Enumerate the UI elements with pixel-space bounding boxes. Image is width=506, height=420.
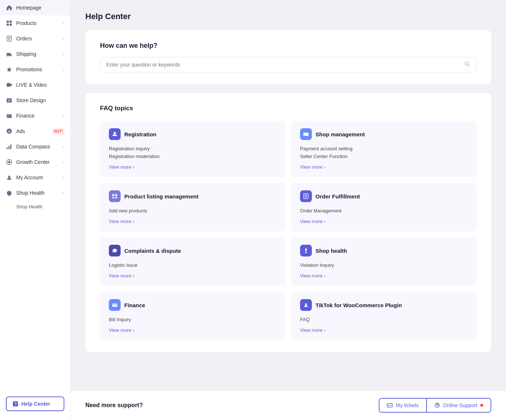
svg-rect-15 [7, 98, 12, 100]
faq-link: Violation Inquiry [300, 262, 468, 268]
sidebar-item-finance[interactable]: Finance › [0, 108, 70, 123]
sidebar: Homepage Products › Orders › [0, 0, 71, 420]
sidebar-item-growth-center[interactable]: Growth Center › [0, 154, 70, 170]
svg-rect-50 [112, 304, 117, 307]
svg-point-36 [114, 132, 116, 134]
my-tickets-button[interactable]: My tickets [380, 399, 427, 412]
faq-link: Bill Inquiry [109, 317, 277, 322]
online-support-button[interactable]: Online Support [427, 399, 491, 412]
view-more-link[interactable]: View more › [300, 164, 468, 170]
help-section: How can we help? [85, 30, 491, 84]
finance-icon [6, 112, 13, 119]
faq-link: Add new products [109, 208, 277, 213]
faq-card-title: Order Fulfillment [316, 193, 360, 200]
my-tickets-label: My tickets [396, 402, 418, 408]
faq-card-order-fulfillment[interactable]: Order Fulfillment Order Management View … [291, 183, 477, 231]
help-center-button[interactable]: ? Help Center [6, 396, 64, 411]
svg-rect-0 [7, 21, 9, 23]
products-icon [6, 20, 13, 26]
svg-point-10 [10, 55, 11, 57]
sidebar-item-label: Homepage [16, 5, 64, 11]
svg-rect-12 [7, 83, 10, 87]
sidebar-item-store-design[interactable]: Store Design [0, 93, 70, 108]
sidebar-item-shipping[interactable]: Shipping › [0, 46, 70, 62]
svg-rect-51 [112, 304, 117, 305]
svg-marker-13 [10, 83, 12, 86]
sidebar-item-label: Shipping [16, 51, 59, 57]
complaints-icon [109, 245, 121, 256]
faq-link: Logistic issue [109, 262, 277, 268]
chevron-down-icon: › [63, 52, 64, 56]
sidebar-item-label: Growth Center [16, 159, 59, 165]
help-center-label: Help Center [21, 401, 50, 407]
faq-card-title: Complaints & dispute [124, 248, 181, 254]
chevron-up-icon: › [61, 192, 66, 194]
sidebar-item-label: Orders [16, 36, 59, 42]
view-more-link[interactable]: View more › [109, 327, 277, 333]
faq-section: FAQ topics Registration Reg [85, 93, 491, 352]
faq-card-title: TikTok for WooCommerce Plugin [316, 302, 402, 308]
chevron-down-icon: › [63, 36, 64, 41]
hot-badge: HOT! [53, 129, 64, 134]
view-more-link[interactable]: View more › [300, 273, 468, 279]
sidebar-item-label: Shop Health [16, 190, 59, 196]
sidebar-item-shop-health[interactable]: Shop Health › [0, 185, 70, 201]
view-more-link[interactable]: View more › [300, 327, 468, 333]
svg-rect-1 [10, 21, 12, 23]
faq-card-shop-health[interactable]: Shop health Violation Inquiry View more … [291, 237, 477, 286]
sidebar-item-homepage[interactable]: Homepage [0, 0, 70, 15]
sidebar-item-live-video[interactable]: LIVE & Video [0, 77, 70, 93]
svg-rect-3 [10, 24, 12, 26]
online-indicator [480, 404, 483, 407]
view-more-link[interactable]: View more › [300, 219, 468, 224]
svg-rect-23 [8, 146, 10, 149]
faq-card-complaints[interactable]: Complaints & dispute Logistic issue View… [100, 237, 285, 286]
sidebar-item-label: Products [16, 20, 59, 26]
sidebar-item-orders[interactable]: Orders › [0, 31, 70, 46]
registration-icon [109, 128, 121, 140]
svg-point-9 [7, 55, 8, 57]
chevron-down-icon: › [63, 175, 64, 180]
sidebar-item-promotions[interactable]: Promotions › [0, 62, 70, 77]
faq-link: Order Management [300, 208, 468, 213]
sidebar-sub-item-shop-health[interactable]: Shop Health [0, 201, 70, 213]
view-more-link[interactable]: View more › [109, 273, 277, 279]
search-icon [464, 61, 470, 68]
svg-line-35 [468, 65, 470, 67]
faq-card-product-listing[interactable]: Product listing management Add new produ… [100, 183, 285, 231]
faq-card-shop-management[interactable]: Shop management Payment account setting … [291, 121, 477, 177]
view-more-link[interactable]: View more › [109, 219, 277, 224]
faq-card-title: Registration [124, 131, 157, 137]
sidebar-item-my-account[interactable]: My Account › [0, 170, 70, 185]
svg-point-54 [388, 405, 389, 406]
svg-rect-18 [7, 115, 12, 116]
ads-icon: A [6, 128, 13, 134]
online-support-icon [434, 402, 440, 408]
faq-grid: Registration Registration inquiry Regist… [100, 121, 477, 340]
svg-rect-40 [112, 194, 114, 196]
sidebar-item-label: My Account [16, 175, 59, 180]
sidebar-item-ads[interactable]: A Ads HOT! [0, 123, 70, 139]
faq-card-registration[interactable]: Registration Registration inquiry Regist… [100, 121, 285, 177]
svg-rect-43 [115, 197, 117, 198]
chevron-down-icon: › [63, 67, 64, 72]
promotions-icon [6, 66, 13, 73]
faq-link: Registration inquiry [109, 146, 277, 151]
sidebar-item-label: Promotions [16, 67, 59, 72]
view-more-link[interactable]: View more › [109, 164, 277, 170]
shop-health-faq-icon [300, 245, 312, 256]
svg-rect-19 [7, 117, 9, 118]
faq-card-title: Shop health [316, 248, 347, 254]
order-fulfillment-icon [300, 190, 312, 202]
sidebar-item-label: Ads [16, 128, 48, 134]
orders-icon [6, 35, 13, 42]
shipping-icon [6, 51, 13, 57]
faq-title: FAQ topics [100, 105, 477, 112]
svg-rect-38 [303, 133, 309, 134]
faq-card-tiktok-woocommerce[interactable]: TikTok for WooCommerce Plugin FAQ View m… [291, 292, 477, 340]
svg-rect-39 [304, 135, 305, 135]
faq-card-finance[interactable]: Finance Bill Inquiry View more › [100, 292, 285, 340]
sidebar-item-products[interactable]: Products › [0, 15, 70, 31]
search-input[interactable] [106, 62, 461, 68]
sidebar-item-data-compass[interactable]: Data Compass › [0, 139, 70, 154]
